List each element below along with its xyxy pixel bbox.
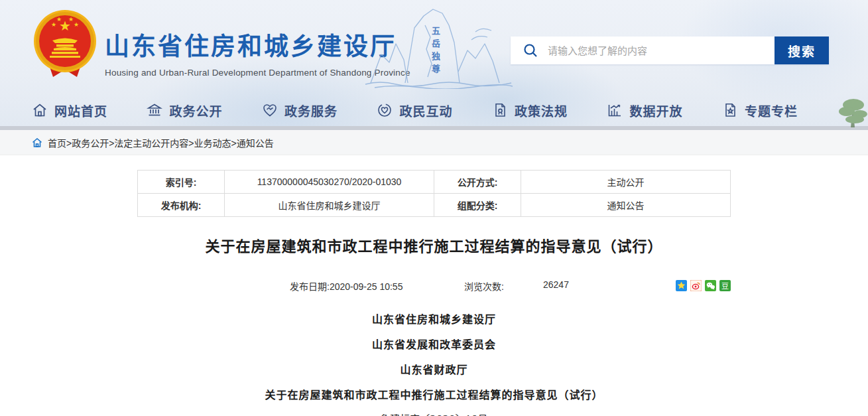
- meta-value-issuing-agency: 山东省住房和城乡建设厅: [225, 194, 434, 217]
- nav-item-label: 网站首页: [54, 102, 107, 119]
- nav-item-label: 政务服务: [284, 102, 338, 119]
- breadcrumb-home-icon[interactable]: [32, 137, 42, 148]
- pine-tree-watercolor-art: [824, 85, 868, 131]
- nav-item-label: 政策法规: [515, 102, 568, 119]
- views-label: 浏览次数:: [464, 279, 504, 293]
- nav-item-special-topics[interactable]: 专题专栏: [722, 102, 798, 119]
- douban-share-icon[interactable]: 豆: [719, 280, 731, 291]
- body-line-agency-2: 山东省发展和改革委员会: [137, 332, 731, 358]
- nav-item-label: 政民互动: [399, 102, 452, 119]
- star-page-icon: [722, 102, 738, 118]
- share-buttons: 豆: [676, 280, 731, 291]
- search-button[interactable]: 搜索: [775, 36, 829, 64]
- svg-text:★: ★: [51, 21, 56, 28]
- document-meta-table: 索引号: 113700000045030270/2020-01030 公开方式:…: [137, 170, 731, 217]
- article-meta-row: 发布日期:2020-09-25 10:55 浏览次数: 26247: [137, 279, 731, 294]
- views-count: 26247: [543, 279, 569, 290]
- bar-chart-icon: [607, 102, 623, 118]
- wechat-share-icon[interactable]: [705, 280, 716, 291]
- meta-label-issuing-agency: 发布机构:: [138, 194, 225, 217]
- handshake-icon: [262, 102, 278, 118]
- body-line-agency-1: 山东省住房和城乡建设厅: [137, 307, 731, 332]
- home-icon: [32, 102, 48, 118]
- body-line-document-title: 关于在房屋建筑和市政工程中推行施工过程结算的指导意见（试行）: [137, 383, 731, 408]
- nav-item-open-data[interactable]: 数据开放: [607, 102, 682, 119]
- svg-text:★: ★: [68, 16, 74, 23]
- table-row: 发布机构: 山东省住房和城乡建设厅 组配分类: 通知公告: [138, 194, 731, 217]
- article-body: 山东省住房和城乡建设厅 山东省发展和改革委员会 山东省财政厅 关于在房屋建筑和市…: [137, 307, 731, 416]
- nav-item-public-interaction[interactable]: 政民互动: [377, 102, 452, 119]
- bank-icon: [147, 102, 162, 118]
- national-emblem-logo: ★ ★ ★ ★ ★: [32, 8, 98, 84]
- document-number: 鲁建标字〔2020〕19号: [137, 408, 731, 416]
- svg-text:★: ★: [56, 16, 62, 23]
- policy-document-icon: [492, 102, 508, 118]
- breadcrumb[interactable]: 首页>政务公开>法定主动公开内容>业务动态>通知公告: [48, 136, 274, 149]
- nav-item-policies[interactable]: 政策法规: [492, 102, 568, 119]
- mountain-caption-text: 五岳独尊: [430, 27, 440, 77]
- weibo-share-icon[interactable]: [690, 280, 702, 291]
- main-navigation: 网站首页 政务公开 政务服务: [32, 93, 798, 127]
- meta-value-category: 通知公告: [521, 194, 731, 217]
- nav-item-gov-disclosure[interactable]: 政务公开: [147, 102, 222, 119]
- breadcrumb-bar: 首页>政务公开>法定主动公开内容>业务动态>通知公告: [0, 130, 868, 155]
- meta-label-category: 组配分类:: [434, 194, 521, 217]
- nav-item-label: 数据开放: [629, 102, 682, 119]
- publish-date: 发布日期:2020-09-25 10:55: [290, 279, 403, 293]
- meta-value-index: 113700000045030270/2020-01030: [225, 171, 434, 194]
- search-bar: 搜索: [511, 36, 829, 64]
- nav-item-label: 专题专栏: [745, 102, 798, 119]
- body-line-agency-3: 山东省财政厅: [137, 358, 731, 383]
- meta-label-index: 索引号:: [138, 171, 225, 194]
- nav-item-gov-services[interactable]: 政务服务: [262, 102, 338, 119]
- meta-value-disclosure-method: 主动公开: [521, 171, 731, 194]
- site-header: ★ ★ ★ ★ ★ 山东省住房和城乡建设厅 Housing and Urban-…: [0, 0, 868, 130]
- qzone-share-icon[interactable]: [676, 280, 687, 291]
- search-input[interactable]: [548, 37, 775, 64]
- search-icon: [511, 42, 548, 58]
- meta-label-disclosure-method: 公开方式:: [434, 171, 521, 194]
- svg-text:豆: 豆: [721, 282, 729, 290]
- table-row: 索引号: 113700000045030270/2020-01030 公开方式:…: [138, 171, 731, 194]
- heart-chat-icon: [377, 102, 393, 118]
- page-title: 关于在房屋建筑和市政工程中推行施工过程结算的指导意见（试行）: [137, 234, 731, 255]
- nav-item-label: 政务公开: [169, 102, 222, 119]
- nav-item-home[interactable]: 网站首页: [32, 102, 107, 119]
- article-content: 索引号: 113700000045030270/2020-01030 公开方式:…: [137, 155, 731, 416]
- svg-text:★: ★: [74, 21, 79, 28]
